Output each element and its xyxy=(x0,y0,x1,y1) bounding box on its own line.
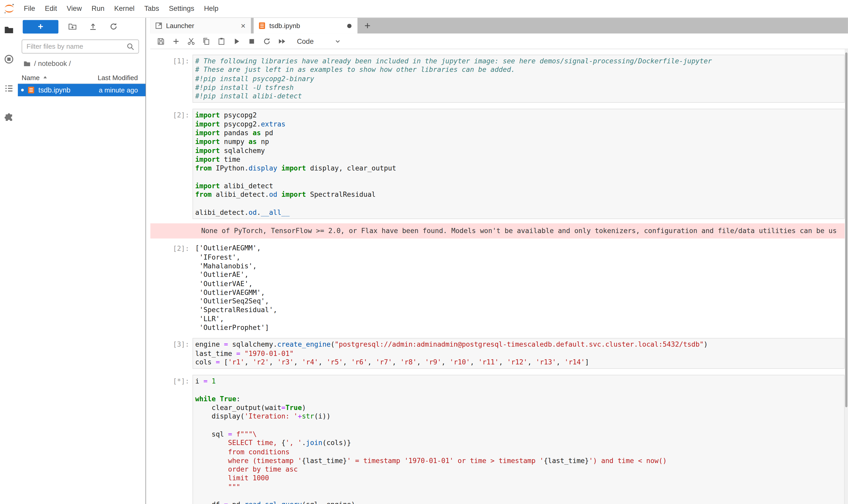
refresh-button[interactable] xyxy=(107,20,120,33)
menu-item-file[interactable]: File xyxy=(19,0,40,17)
cell-output: [2]:['OutlierAEGMM', 'IForest', 'Mahalan… xyxy=(150,242,848,332)
running-sessions-icon xyxy=(4,54,14,64)
run-button[interactable] xyxy=(229,35,244,48)
cut-icon xyxy=(187,37,195,45)
notebook-icon xyxy=(258,22,266,30)
new-tab-button[interactable] xyxy=(360,18,375,34)
menu-item-run[interactable]: Run xyxy=(87,0,109,17)
copy-icon xyxy=(202,37,210,45)
cell-type-select[interactable]: Code xyxy=(295,36,344,46)
tab-bar: Launcher×tsdb.ipynb xyxy=(150,18,848,34)
left-sidebar xyxy=(0,18,18,504)
jupyterlab-window: FileEditViewRunKernelTabsSettingsHelp + … xyxy=(0,0,848,504)
breadcrumb[interactable]: / notebook / xyxy=(23,59,145,68)
save-icon xyxy=(157,37,165,45)
tab-bar-tabs: Launcher×tsdb.ipynb xyxy=(150,18,360,34)
file-modified: a minute ago xyxy=(99,86,138,94)
dirty-indicator xyxy=(347,23,351,28)
code-editor[interactable]: engine = sqlalchemy.create_engine("postg… xyxy=(193,338,845,369)
menu-item-settings[interactable]: Settings xyxy=(164,0,199,17)
code-cell: [1]:# The following libraries have alrea… xyxy=(150,55,848,103)
vertical-scrollbar[interactable] xyxy=(845,49,848,504)
file-action-icons xyxy=(58,20,120,33)
save-button[interactable] xyxy=(153,35,168,48)
column-header-last-modified[interactable]: Last Modified xyxy=(97,74,138,82)
cell-prompt: [*]: xyxy=(150,375,193,504)
code-cell: [*]:i = 1 while True: clear_output(wait=… xyxy=(150,375,848,504)
new-launcher-button[interactable]: + xyxy=(23,20,58,34)
cell-type-value: Code xyxy=(297,37,314,45)
file-browser: + / notebook / Name Last Modified tsdb.i… xyxy=(18,18,146,504)
menu-item-edit[interactable]: Edit xyxy=(40,0,62,17)
upload-button[interactable] xyxy=(87,20,100,33)
chevron-down-icon xyxy=(334,38,341,44)
file-row[interactable]: tsdb.ipynba minute ago xyxy=(18,84,145,96)
menu-item-view[interactable]: View xyxy=(62,0,87,17)
menu-bar: FileEditViewRunKernelTabsSettingsHelp xyxy=(0,0,848,18)
tab-label: tsdb.ipynb xyxy=(269,22,300,29)
stderr-output: None of PyTorch, TensorFlow >= 2.0, or F… xyxy=(197,225,837,237)
tab-tsdb-ipynb[interactable]: tsdb.ipynb xyxy=(254,18,357,34)
menu-item-help[interactable]: Help xyxy=(199,0,223,17)
launcher-icon xyxy=(155,22,163,30)
menu-item-kernel[interactable]: Kernel xyxy=(109,0,140,17)
notebook-icon xyxy=(27,86,35,94)
sidebar-tab-extension[interactable] xyxy=(3,111,15,123)
filter-box xyxy=(22,39,139,54)
cell-prompt: [2]: xyxy=(150,242,193,332)
filter-files-input[interactable] xyxy=(22,43,126,50)
scrollbar-thumb[interactable] xyxy=(845,53,847,408)
panel-splitter[interactable] xyxy=(146,18,150,504)
stop-icon xyxy=(248,37,256,45)
file-browser-toolbar: + xyxy=(18,20,145,34)
folder-icon xyxy=(23,60,31,67)
fast-forward-icon xyxy=(277,37,286,45)
cut-button[interactable] xyxy=(183,35,199,48)
code-cell: [3]:engine = sqlalchemy.create_engine("p… xyxy=(150,338,848,369)
notebook-cells: [1]:# The following libraries have alrea… xyxy=(150,49,848,504)
stop-button[interactable] xyxy=(244,35,259,48)
paste-icon xyxy=(217,37,225,45)
cell-prompt: [1]: xyxy=(150,55,193,103)
file-list-header: Name Last Modified xyxy=(18,72,145,84)
add-button[interactable] xyxy=(168,35,183,48)
code-editor[interactable]: import psycopg2 import psycopg2.extras i… xyxy=(193,109,845,219)
add-icon xyxy=(363,22,371,30)
refresh-icon xyxy=(109,22,118,31)
close-icon[interactable]: × xyxy=(240,22,247,30)
main-area: + / notebook / Name Last Modified tsdb.i… xyxy=(0,18,848,504)
jupyter-logo xyxy=(3,3,15,15)
restart-button[interactable] xyxy=(259,35,274,48)
new-folder-button[interactable] xyxy=(66,20,79,33)
add-icon xyxy=(172,37,180,45)
cell-output: None of PyTorch, TensorFlow >= 2.0, or F… xyxy=(150,223,845,238)
fast-forward-button[interactable] xyxy=(274,35,289,48)
restart-icon xyxy=(263,37,271,45)
copy-button[interactable] xyxy=(199,35,214,48)
paste-button[interactable] xyxy=(214,35,229,48)
code-editor[interactable]: # The following libraries have already b… xyxy=(193,55,845,103)
folder-icon xyxy=(4,25,14,35)
menu-item-tabs[interactable]: Tabs xyxy=(139,0,164,17)
code-editor[interactable]: i = 1 while True: clear_output(wait=True… xyxy=(193,375,845,504)
document-area: Launcher×tsdb.ipynb Code [1]:# The follo… xyxy=(150,18,848,504)
upload-icon xyxy=(89,22,97,31)
sidebar-tab-folder[interactable] xyxy=(3,24,15,36)
column-header-name[interactable]: Name xyxy=(22,74,49,82)
column-name-label: Name xyxy=(22,74,40,82)
cell-prompt xyxy=(155,225,197,237)
cell-prompt: [2]: xyxy=(150,109,193,219)
table-of-contents-icon xyxy=(4,83,14,93)
tab-launcher[interactable]: Launcher× xyxy=(150,18,251,34)
sidebar-tab-running-sessions[interactable] xyxy=(3,53,15,65)
code-cell: [2]:import psycopg2 import psycopg2.extr… xyxy=(150,109,848,219)
new-folder-icon xyxy=(68,22,77,31)
sidebar-tab-table-of-contents[interactable] xyxy=(3,82,15,94)
output-text: ['OutlierAEGMM', 'IForest', 'Mahalanobis… xyxy=(193,242,848,332)
cell-prompt: [3]: xyxy=(150,338,193,369)
breadcrumb-path: / notebook / xyxy=(34,59,71,68)
toolbar-buttons xyxy=(153,35,289,48)
menu-bar-items: FileEditViewRunKernelTabsSettingsHelp xyxy=(19,0,223,17)
tab-label: Launcher xyxy=(166,22,194,29)
sort-ascending-icon xyxy=(42,75,49,80)
